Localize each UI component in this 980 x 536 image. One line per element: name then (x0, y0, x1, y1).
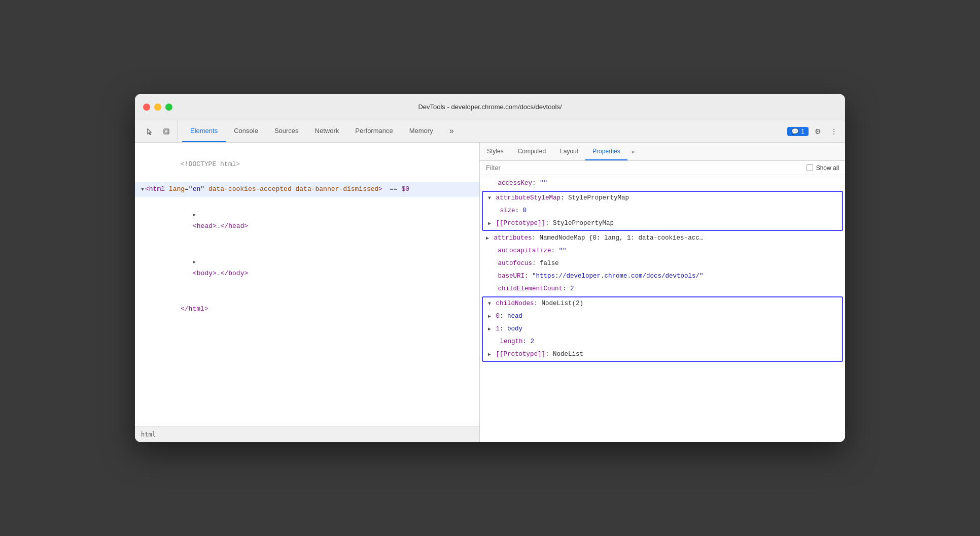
prop-prototype-stylemap[interactable]: ▶ [[Prototype]]: StylePropertyMap (483, 217, 842, 230)
dollar-marker: $0 (401, 184, 409, 195)
prop-val-prototype-stylemap: StylePropertyMap (553, 220, 614, 227)
prop-attributestylemap[interactable]: ▼ attributeStyleMap: StylePropertyMap (483, 192, 842, 205)
traffic-lights (143, 104, 172, 111)
breadcrumb-html[interactable]: html (141, 431, 156, 438)
prop-length: length: 2 (483, 336, 842, 348)
props-more-icon[interactable]: » (627, 143, 639, 160)
prop-autofocus: autofocus: false (480, 257, 845, 270)
collapse-triangle-0[interactable]: ▶ (488, 314, 491, 319)
prop-val-attributestylemap: StylePropertyMap (568, 194, 629, 202)
minimize-button[interactable] (154, 104, 161, 111)
prop-prototype-nodelist[interactable]: ▶ [[Prototype]]: NodeList (483, 348, 842, 361)
tab-properties[interactable]: Properties (585, 143, 627, 160)
head-ellipsis: … (217, 222, 221, 230)
prop-childnodes[interactable]: ▼ childNodes: NodeList(2) (483, 297, 842, 310)
prop-key-autocapitalize: autocapitalize (498, 247, 551, 254)
prop-key-attributestylemap: attributeStyleMap (496, 194, 561, 202)
prop-key-accesskey: accessKey (498, 180, 533, 187)
prop-key-childnodes-1: 1 (496, 325, 500, 332)
filter-bar: Show all (480, 161, 845, 175)
devtools-window: DevTools - developer.chrome.com/docs/dev… (135, 94, 845, 442)
prop-key-length: length (500, 338, 523, 345)
highlighted-box-attributestylemap: ▼ attributeStyleMap: StylePropertyMap si… (482, 191, 843, 231)
tabbar-right: 💬 1 ⚙ ⋮ (787, 120, 841, 142)
tab-layout[interactable]: Layout (553, 143, 585, 160)
show-all-label: Show all (816, 164, 839, 172)
prop-val-size: 0 (523, 207, 527, 214)
prop-attributes[interactable]: ▶ attributes: NamedNodeMap {0: lang, 1: … (480, 232, 845, 245)
collapse-triangle-stylemap[interactable]: ▶ (488, 221, 491, 226)
cursor-icon[interactable] (143, 124, 157, 139)
more-options-icon[interactable]: ⋮ (827, 124, 841, 139)
prop-key-baseuri: baseURI (498, 273, 525, 280)
html-close: </html> (181, 305, 208, 313)
prop-val-childnodes-0[interactable]: head (507, 313, 522, 320)
window-title: DevTools - developer.chrome.com/docs/dev… (418, 103, 562, 111)
prop-key-prototype-nodelist: [[Prototype]] (496, 351, 546, 358)
expand-triangle-attributestylemap[interactable]: ▼ (488, 195, 491, 201)
tab-memory[interactable]: Memory (401, 120, 441, 142)
maximize-button[interactable] (165, 104, 172, 111)
inspect-icon[interactable] (159, 124, 173, 139)
prop-key-childelementcount: childElementCount (498, 285, 563, 292)
prop-accesskey: accessKey: "" (480, 177, 845, 190)
dom-breadcrumb: html (135, 426, 479, 442)
tab-styles[interactable]: Styles (480, 143, 511, 160)
head-close-tag: </head> (221, 222, 249, 230)
prop-key-attributes: attributes (494, 234, 532, 242)
prop-childelementcount: childElementCount: 2 (480, 283, 845, 295)
prop-val-childnodes-1[interactable]: body (507, 325, 522, 332)
html-close-bracket: > (378, 184, 382, 195)
prop-val-length: 2 (531, 338, 535, 345)
collapse-triangle-nodelist[interactable]: ▶ (488, 352, 491, 357)
chat-icon: 💬 (791, 128, 799, 135)
expand-triangle-childnodes[interactable]: ▼ (488, 301, 491, 307)
tab-computed[interactable]: Computed (511, 143, 553, 160)
prop-key-autofocus: autofocus (498, 260, 533, 267)
dom-content[interactable]: <!DOCTYPE html> ▼ <html lang="en" data-c… (135, 143, 479, 426)
prop-key-childnodes-0: 0 (496, 313, 500, 320)
svg-rect-1 (165, 130, 168, 133)
prop-childnodes-0[interactable]: ▶ 0: head (483, 310, 842, 323)
show-all-checkbox[interactable] (807, 164, 813, 171)
prop-size: size: 0 (483, 205, 842, 217)
prop-val-autocapitalize: "" (559, 247, 567, 254)
chat-badge-button[interactable]: 💬 1 (787, 127, 809, 136)
html-expand-triangle[interactable]: ▼ (141, 184, 144, 195)
dom-head-line[interactable]: ▶ <head>…</head> (135, 197, 479, 244)
tab-sources[interactable]: Sources (266, 120, 307, 142)
dom-html-line[interactable]: ▼ <html lang="en" data-cookies-accepted … (135, 182, 479, 197)
settings-icon[interactable]: ⚙ (811, 124, 825, 139)
tab-console[interactable]: Console (226, 120, 266, 142)
props-panel: Styles Computed Layout Properties » Show… (480, 143, 845, 442)
lang-attr: lang (169, 184, 185, 195)
props-content[interactable]: accessKey: "" ▼ attributeStyleMap: Style… (480, 175, 845, 442)
filter-input[interactable] (486, 164, 802, 172)
tab-elements[interactable]: Elements (182, 120, 226, 142)
main-tabbar: Elements Console Sources Network Perform… (135, 120, 845, 143)
equals-marker: == (386, 184, 401, 195)
close-button[interactable] (143, 104, 150, 111)
collapse-triangle-attributes[interactable]: ▶ (486, 236, 489, 241)
prop-val-childnodes: NodeList(2) (542, 300, 584, 307)
dom-body-line[interactable]: ▶ <body>…</body> (135, 244, 479, 291)
body-close-tag: </body> (221, 270, 249, 277)
dom-panel: <!DOCTYPE html> ▼ <html lang="en" data-c… (135, 143, 480, 442)
head-triangle[interactable]: ▶ (193, 212, 196, 218)
tab-performance[interactable]: Performance (347, 120, 401, 142)
prop-val-prototype-nodelist: NodeList (553, 351, 583, 358)
prop-key-prototype-stylemap: [[Prototype]] (496, 220, 546, 227)
head-tag: <head> (193, 222, 217, 230)
tab-network[interactable]: Network (307, 120, 347, 142)
prop-val-attributes: NamedNodeMap {0: lang, 1: data-cookies-a… (540, 234, 704, 242)
collapse-triangle-1[interactable]: ▶ (488, 326, 491, 332)
tab-more[interactable]: » (441, 120, 462, 142)
toolbar-icons (139, 120, 178, 142)
banner-attr: data-banner-dismissed (296, 184, 379, 195)
prop-key-childnodes: childNodes (496, 300, 534, 307)
dom-doctype: <!DOCTYPE html> (135, 147, 479, 182)
dom-html-close-line: </html> (135, 291, 479, 327)
prop-val-baseuri[interactable]: "https://developer.chrome.com/docs/devto… (532, 273, 704, 280)
prop-childnodes-1[interactable]: ▶ 1: body (483, 323, 842, 336)
body-triangle[interactable]: ▶ (193, 259, 196, 265)
